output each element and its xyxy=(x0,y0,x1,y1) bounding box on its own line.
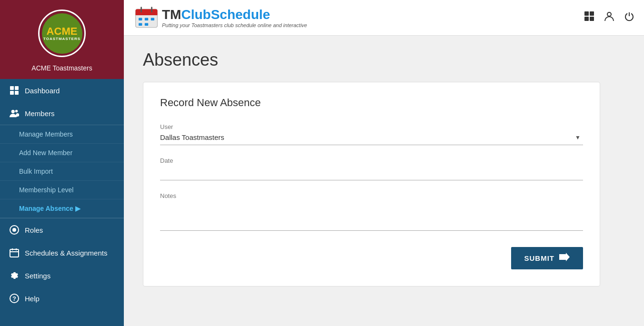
svg-rect-26 xyxy=(590,11,594,16)
svg-rect-8 xyxy=(10,249,19,257)
header-actions xyxy=(584,11,634,24)
grid-header-icon[interactable] xyxy=(584,11,594,24)
question-icon: ? xyxy=(10,294,19,303)
svg-point-5 xyxy=(15,110,18,112)
date-label: Date xyxy=(160,157,583,164)
svg-point-4 xyxy=(11,110,15,113)
sidebar-item-manage-absence-label: Manage Absence ▶ xyxy=(19,205,80,212)
header-logo: TMClubSchedule Putting your Toastmasters… xyxy=(133,5,307,31)
sidebar-item-manage-members[interactable]: Manage Members xyxy=(0,125,124,144)
user-label: User xyxy=(160,123,583,130)
sidebar-item-manage-absence[interactable]: Manage Absence ▶ xyxy=(0,199,124,218)
tm-text: TM xyxy=(162,7,181,22)
sidebar-item-settings-label: Settings xyxy=(25,272,50,280)
sidebar-club-name: ACME Toastmasters xyxy=(31,64,92,72)
notes-input[interactable] xyxy=(160,202,583,231)
svg-rect-3 xyxy=(15,91,19,95)
sidebar-item-roles-label: Roles xyxy=(25,226,43,234)
sidebar-item-dashboard[interactable]: Dashboard xyxy=(0,79,124,102)
submit-button[interactable]: SUBMIT xyxy=(511,247,584,269)
form-title: Record New Absence xyxy=(160,97,583,109)
sidebar-item-manage-members-label: Manage Members xyxy=(19,130,73,138)
svg-rect-24 xyxy=(145,23,148,26)
sidebar-item-schedules[interactable]: Schedules & Assignments xyxy=(0,241,124,264)
sidebar-item-add-new-member-label: Add New Member xyxy=(19,149,72,157)
svg-rect-28 xyxy=(590,17,594,21)
svg-point-7 xyxy=(12,228,16,232)
sidebar-item-membership-level[interactable]: Membership Level xyxy=(0,181,124,199)
people-icon xyxy=(10,109,19,118)
sidebar-item-help[interactable]: ? Help xyxy=(0,287,124,310)
sidebar-item-roles[interactable]: Roles xyxy=(0,218,124,241)
sidebar-item-dashboard-label: Dashboard xyxy=(25,87,60,95)
sidebar-item-settings[interactable]: Settings xyxy=(0,264,124,287)
sidebar-header: ACME TOASTMASTERS ACME Toastmasters xyxy=(0,0,124,79)
sidebar-item-schedules-label: Schedules & Assignments xyxy=(25,249,107,257)
svg-rect-20 xyxy=(139,18,142,20)
svg-text:?: ? xyxy=(12,295,16,302)
logo-toastmasters-text: TOASTMASTERS xyxy=(43,37,80,41)
sidebar: ACME TOASTMASTERS ACME Toastmasters Dash… xyxy=(0,0,124,326)
sidebar-item-bulk-import[interactable]: Bulk Import xyxy=(0,162,124,181)
sidebar-item-members[interactable]: Members xyxy=(0,102,124,125)
svg-point-29 xyxy=(607,12,611,16)
header-logo-text: TMClubSchedule Putting your Toastmasters… xyxy=(162,7,307,29)
power-header-icon[interactable] xyxy=(624,11,634,24)
svg-marker-30 xyxy=(559,253,570,261)
header: TMClubSchedule Putting your Toastmasters… xyxy=(124,0,644,36)
sidebar-item-membership-level-label: Membership Level xyxy=(19,186,73,194)
svg-rect-17 xyxy=(136,13,158,15)
date-field-group: Date xyxy=(160,157,583,180)
schedule-text: Schedule xyxy=(211,7,270,22)
sidebar-item-bulk-import-label: Bulk Import xyxy=(19,168,53,175)
svg-rect-2 xyxy=(10,91,14,95)
grid-icon xyxy=(10,86,19,95)
user-field-group: User Dallas Toastmasters ▼ xyxy=(160,123,583,145)
notes-label: Notes xyxy=(160,192,583,199)
svg-rect-1 xyxy=(15,86,19,90)
header-tagline: Putting your Toastmasters club schedule … xyxy=(162,22,307,29)
sidebar-item-help-label: Help xyxy=(25,295,40,303)
header-logo-name: TMClubSchedule xyxy=(162,7,307,23)
svg-rect-22 xyxy=(151,18,154,20)
header-calendar-icon xyxy=(133,5,160,31)
logo-circle: ACME TOASTMASTERS xyxy=(38,10,86,57)
svg-rect-21 xyxy=(145,18,148,20)
club-text: Club xyxy=(181,7,211,22)
content-area: Absences Record New Absence User Dallas … xyxy=(124,36,644,326)
form-card: Record New Absence User Dallas Toastmast… xyxy=(143,82,600,286)
sidebar-item-members-label: Members xyxy=(25,109,55,118)
submit-arrow-icon xyxy=(559,253,570,264)
svg-rect-25 xyxy=(584,11,589,16)
date-input[interactable] xyxy=(160,167,583,180)
notes-field-group: Notes xyxy=(160,192,583,233)
svg-rect-27 xyxy=(584,17,589,21)
page-title: Absences xyxy=(143,50,625,70)
submit-label: SUBMIT xyxy=(524,254,555,262)
badge-icon xyxy=(10,225,19,235)
svg-rect-23 xyxy=(139,23,142,26)
gear-icon xyxy=(10,271,19,280)
main-content: TMClubSchedule Putting your Toastmasters… xyxy=(124,0,644,326)
user-header-icon[interactable] xyxy=(604,11,614,24)
user-select[interactable]: Dallas Toastmasters xyxy=(160,133,583,141)
logo-acme-text: ACME xyxy=(47,26,78,37)
nav-section-main: Dashboard Members Manage Members Add New… xyxy=(0,79,124,310)
user-select-wrapper: Dallas Toastmasters ▼ xyxy=(160,133,583,145)
form-actions: SUBMIT xyxy=(160,247,583,269)
svg-rect-0 xyxy=(10,86,14,90)
logo-inner: ACME TOASTMASTERS xyxy=(42,13,82,54)
calendar-icon xyxy=(10,248,19,257)
sidebar-item-add-new-member[interactable]: Add New Member xyxy=(0,144,124,162)
